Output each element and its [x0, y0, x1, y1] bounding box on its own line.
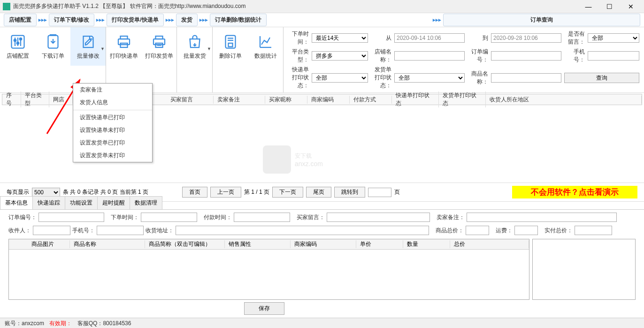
label-d-buyermsg: 买家留言： — [297, 214, 325, 221]
input-d-order[interactable] — [38, 213, 104, 222]
window-title: 面兜兜拼多多快递打单助手 V1.1.2 【至尊版】 软件官网：面兜兜http:/… — [13, 2, 578, 10]
select-order-time[interactable]: 最近14天 — [312, 33, 368, 43]
menu-set-express-unprinted[interactable]: 设置快递单未打印 — [73, 124, 152, 137]
label-d-ship: 运费： — [496, 227, 513, 235]
col-goods-img: 商品图片 — [28, 240, 70, 248]
label-d-pay: 付款时间： — [204, 214, 232, 221]
col-seller-note: 卖家备注 — [214, 96, 265, 104]
label-order-no: 订单编号： — [468, 48, 488, 64]
svg-point-6 — [19, 38, 22, 40]
step-print[interactable]: 打印发货单/快递单 — [107, 14, 163, 26]
step-ship[interactable]: 发货 — [176, 14, 198, 26]
label-delivery-status: 发货单打印状态： — [371, 66, 391, 90]
lock-bag-icon — [263, 145, 291, 174]
label-goods-name: 商品名称： — [468, 70, 488, 86]
select-has-remark[interactable]: 全部 — [588, 33, 639, 43]
arrow-icon: ▸▸▸ — [199, 17, 209, 23]
statusbar: 账号：anxzcom 有效期： 客服QQ：800184536 — [0, 318, 644, 328]
step-bar: 店铺配置 ▸▸▸ 订单下载/修改 ▸▸▸ 打印发货单/快递单 ▸▸▸ 发货 ▸▸… — [0, 13, 644, 27]
tab-data-cleanup[interactable]: 数据清理 — [130, 196, 162, 209]
select-delivery-status[interactable]: 全部 — [394, 73, 465, 83]
input-phone[interactable] — [588, 51, 639, 61]
step-delete-stats[interactable]: 订单删除/数据统计 — [210, 14, 267, 26]
titlebar: 面兜兜拼多多快递打单助手 V1.1.2 【至尊版】 软件官网：面兜兜http:/… — [0, 0, 644, 13]
minimize-button[interactable]: — — [578, 0, 599, 13]
menu-seller-note[interactable]: 卖家备注 — [73, 84, 152, 96]
select-pagesize[interactable]: 500 — [32, 188, 60, 197]
step-order-download[interactable]: 订单下载/修改 — [49, 14, 94, 26]
tab-timeout-alert[interactable]: 超时提醒 — [97, 196, 130, 209]
filter-panel: 下单时间： 最近14天 从 到 是否有留言： 全部 平台类型： 拼多多 店铺名称… — [284, 27, 644, 92]
status-qq: 客服QQ：800184536 — [77, 320, 131, 327]
col-buyer-nick: 买家昵称 — [265, 96, 307, 104]
detail-sidebox — [532, 239, 636, 300]
col-platform: 平台类型 — [21, 92, 49, 107]
input-d-sellermsg[interactable] — [467, 213, 617, 222]
select-express-status[interactable]: 全部 — [312, 73, 368, 83]
svg-point-5 — [16, 42, 19, 44]
col-goods-short: 商品简称（双击可编辑） — [145, 240, 225, 248]
col-delivery-print: 发货单打印状态 — [439, 92, 486, 107]
tb-shop-config[interactable]: 店铺配置 — [0, 27, 35, 66]
close-button[interactable]: ✕ — [620, 0, 641, 13]
input-jump-page[interactable] — [368, 188, 391, 197]
query-button[interactable]: 查询 — [564, 73, 639, 83]
goods-table: 商品图片 商品名称 商品简称（双击可编辑） 销售属性 商家编码 单价 数量 总价 — [8, 239, 529, 300]
tab-express-track[interactable]: 快递追踪 — [32, 196, 65, 209]
maximize-button[interactable]: ☐ — [599, 0, 620, 13]
label-order-time: 下单时间： — [288, 30, 309, 46]
menu-set-delivery-unprinted[interactable]: 设置发货单未打印 — [73, 149, 152, 162]
step-shop-config[interactable]: 店铺配置 — [4, 14, 37, 26]
input-d-pay[interactable] — [234, 213, 290, 222]
input-d-addr[interactable] — [176, 226, 429, 235]
svg-point-4 — [14, 39, 16, 41]
menu-set-delivery-printed[interactable]: 设置发货单已打印 — [73, 137, 152, 149]
input-d-total[interactable] — [466, 226, 489, 235]
step-order-query[interactable]: 订单查询 — [443, 14, 640, 26]
tb-print-express[interactable]: 打印快递单 — [106, 27, 141, 66]
tb-stats[interactable]: 数据统计 — [248, 27, 283, 66]
tb-batch-ship[interactable]: 批量发货 ▼ — [177, 27, 212, 66]
input-date-to[interactable] — [491, 33, 561, 43]
label-d-real: 实付总价： — [544, 227, 573, 235]
col-payment: 付款方式 — [350, 96, 392, 104]
input-d-time[interactable] — [141, 213, 197, 222]
svg-rect-12 — [155, 36, 162, 39]
menu-sender-info[interactable]: 发货人信息 — [73, 96, 152, 109]
input-d-real[interactable] — [575, 226, 612, 235]
tb-batch-edit[interactable]: 批量修改 ▼ — [70, 27, 106, 66]
menu-set-express-printed[interactable]: 设置快递单已打印 — [73, 111, 152, 124]
status-account: 账号：anxzcom — [5, 320, 44, 327]
delete-icon — [222, 33, 239, 50]
label-d-sellermsg: 卖家备注： — [437, 214, 465, 221]
tb-delete-order[interactable]: 删除订单 — [213, 27, 248, 66]
select-platform[interactable]: 拼多多 — [312, 51, 368, 61]
label-d-recv: 收件人： — [8, 227, 31, 235]
label-shop-name: 店铺名称： — [371, 48, 391, 64]
label-to: 到 — [468, 34, 488, 42]
printer-icon — [115, 33, 132, 50]
input-d-buyermsg[interactable] — [327, 213, 430, 222]
input-shop-name[interactable] — [394, 51, 465, 61]
col-merchant-code2: 商家编码 — [291, 240, 356, 248]
app-icon — [3, 3, 10, 10]
svg-rect-16 — [228, 43, 232, 47]
tb-print-delivery[interactable]: 打印发货单 — [141, 27, 176, 66]
input-goods-name[interactable] — [491, 73, 561, 83]
label-express-status: 快递单打印状态： — [288, 66, 309, 90]
save-button[interactable]: 保存 — [244, 302, 284, 315]
input-d-recv[interactable] — [33, 226, 70, 235]
chevron-down-icon: ▼ — [100, 46, 105, 51]
tb-download-order[interactable]: 下载订单 — [35, 27, 70, 66]
label-from: 从 — [371, 34, 391, 42]
label-phone: 手机号： — [564, 48, 585, 64]
input-date-from[interactable] — [394, 33, 465, 43]
label-platform: 平台类型： — [288, 48, 309, 64]
label-has-remark: 是否有留言： — [564, 30, 585, 46]
input-order-no[interactable] — [491, 51, 561, 61]
tab-basic-info[interactable]: 基本信息 — [0, 196, 33, 209]
input-d-ship[interactable] — [514, 226, 538, 235]
col-total: 总价 — [450, 240, 529, 248]
input-d-phone[interactable] — [97, 226, 144, 235]
tab-function-settings[interactable]: 功能设置 — [65, 196, 98, 209]
